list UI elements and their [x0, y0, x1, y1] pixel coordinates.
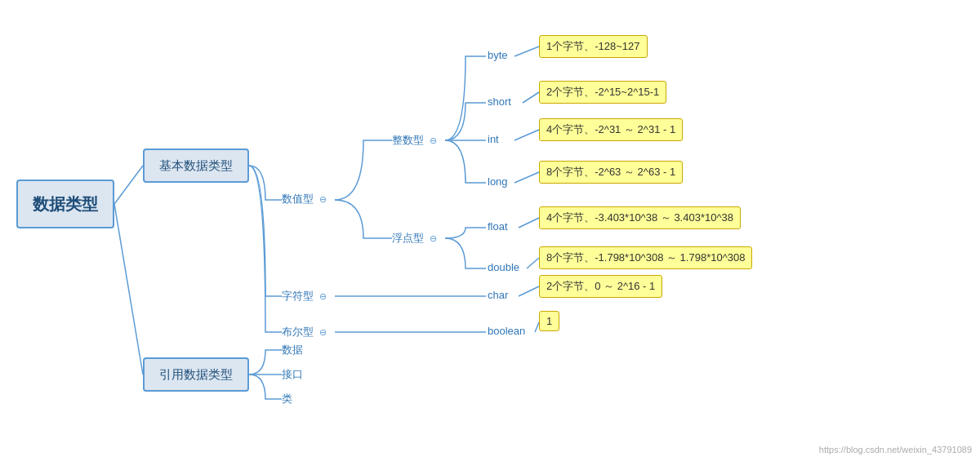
- long-info: 8个字节、-2^63 ～ 2^63 - 1: [539, 161, 683, 184]
- float-info: 4个字节、-3.403*10^38 ～ 3.403*10^38: [539, 206, 741, 229]
- basic-data-type-node: 基本数据类型: [143, 148, 249, 183]
- svg-line-10: [527, 258, 539, 268]
- char-info: 2个字节、0 ～ 2^16 - 1: [539, 275, 662, 298]
- short-label: short: [488, 95, 511, 108]
- ref-interface-item: 接口: [282, 367, 303, 382]
- long-label: long: [488, 175, 508, 188]
- double-info: 8个字节、-1.798*10^308 ～ 1.798*10^308: [539, 246, 752, 269]
- watermark: https://blog.csdn.net/weixin_43791089: [819, 445, 972, 454]
- double-label: double: [488, 261, 519, 273]
- int-info: 4个字节、-2^31 ～ 2^31 - 1: [539, 118, 683, 141]
- svg-line-9: [519, 218, 539, 228]
- svg-line-8: [514, 172, 539, 183]
- numeric-type-label: 数值型 ⊖: [282, 192, 327, 206]
- char-type-label: 字符型 ⊖: [282, 289, 327, 304]
- svg-line-1: [114, 204, 143, 375]
- bool-type-label: 布尔型 ⊖: [282, 325, 327, 339]
- char-leaf-label: char: [488, 289, 508, 301]
- svg-line-6: [523, 92, 539, 103]
- svg-line-0: [114, 166, 143, 204]
- svg-line-7: [514, 130, 539, 140]
- short-info: 2个字节、-2^15~2^15-1: [539, 81, 666, 104]
- basic-label: 基本数据类型: [159, 158, 233, 174]
- root-label: 数据类型: [33, 193, 98, 215]
- ref-class-item: 类: [282, 392, 292, 406]
- float-leaf-label: float: [488, 220, 508, 233]
- integer-type-label: 整数型 ⊖: [392, 133, 437, 148]
- svg-line-11: [519, 286, 539, 296]
- root-node: 数据类型: [16, 180, 114, 228]
- ref-data-item: 数据: [282, 343, 303, 357]
- ref-data-type-node: 引用数据类型: [143, 357, 249, 392]
- svg-line-5: [514, 47, 539, 56]
- float-type-label: 浮点型 ⊖: [392, 231, 437, 246]
- boolean-label: boolean: [488, 325, 525, 337]
- byte-info: 1个字节、-128~127: [539, 35, 648, 58]
- ref-label: 引用数据类型: [159, 367, 233, 383]
- int-label: int: [488, 133, 499, 145]
- byte-label: byte: [488, 49, 508, 61]
- boolean-info: 1: [539, 311, 559, 331]
